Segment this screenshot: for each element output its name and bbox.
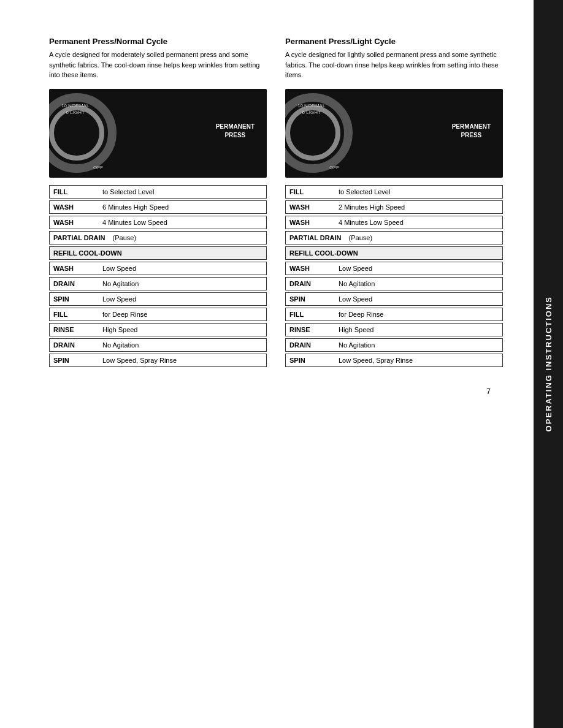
left-section-desc: A cycle designed for moderately soiled p… xyxy=(49,50,267,80)
step-row: WASH6 Minutes High Speed xyxy=(49,200,267,214)
step-value: No Agitation xyxy=(335,339,502,351)
right-dial-center-label: PERMANENTPRESS xyxy=(452,123,491,140)
step-row: DRAINNo Agitation xyxy=(285,338,503,352)
sidebar-label: OPERATING INSTRUCTIONS xyxy=(544,296,553,431)
step-value: No Agitation xyxy=(335,278,502,290)
step-row: DRAINNo Agitation xyxy=(285,277,503,290)
columns-container: Permanent Press/Normal Cycle A cycle des… xyxy=(49,37,503,369)
right-dial-small-label: 10 NORMAL6 LIGHT xyxy=(297,102,325,116)
step-value: 2 Minutes High Speed xyxy=(335,201,502,213)
step-row: PARTIAL DRAIN(Pause) xyxy=(49,231,267,245)
step-value: for Deep Rinse xyxy=(99,308,266,320)
step-label: REFILL COOL-DOWN xyxy=(50,247,126,259)
step-label: PARTIAL DRAIN xyxy=(286,232,345,244)
step-row: REFILL COOL-DOWN xyxy=(285,246,503,260)
step-row: SPINLow Speed xyxy=(285,292,503,306)
left-dial-image: 10 NORMAL6 LIGHT PERMANENTPRESS OFF xyxy=(49,89,267,178)
step-value: No Agitation xyxy=(99,339,266,351)
step-row: RINSEHigh Speed xyxy=(49,323,267,336)
step-row: REFILL COOL-DOWN xyxy=(49,246,267,260)
step-value: for Deep Rinse xyxy=(335,308,502,320)
step-row: FILLto Selected Level xyxy=(49,185,267,199)
step-value: 6 Minutes High Speed xyxy=(99,201,266,213)
page-number: 7 xyxy=(49,387,503,396)
step-row: SPINLow Speed xyxy=(49,292,267,306)
step-value: 4 Minutes Low Speed xyxy=(99,216,266,229)
step-row: SPINLow Speed, Spray Rinse xyxy=(49,354,267,367)
step-label: PARTIAL DRAIN xyxy=(50,232,109,244)
step-label: FILL xyxy=(50,308,99,320)
left-column: Permanent Press/Normal Cycle A cycle des… xyxy=(49,37,267,369)
step-value: to Selected Level xyxy=(99,186,266,198)
right-dial-image: 10 NORMAL6 LIGHT PERMANENTPRESS OFF xyxy=(285,89,503,178)
left-dial-off-label: OFF xyxy=(93,165,103,170)
step-row: RINSEHigh Speed xyxy=(285,323,503,336)
step-value: High Speed xyxy=(335,324,502,336)
step-label: WASH xyxy=(286,262,335,275)
left-section-title: Permanent Press/Normal Cycle xyxy=(49,37,267,46)
step-label: WASH xyxy=(286,201,335,213)
step-value: to Selected Level xyxy=(335,186,502,198)
step-value: Low Speed xyxy=(335,262,502,275)
step-value: Low Speed xyxy=(99,293,266,305)
step-row: PARTIAL DRAIN(Pause) xyxy=(285,231,503,245)
step-value: No Agitation xyxy=(99,278,266,290)
step-value: Low Speed xyxy=(99,262,266,275)
step-value: Low Speed xyxy=(335,293,502,305)
left-steps: FILLto Selected LevelWASH6 Minutes High … xyxy=(49,185,267,367)
left-dial-small-label: 10 NORMAL6 LIGHT xyxy=(61,102,89,116)
step-label: SPIN xyxy=(50,293,99,305)
right-steps: FILLto Selected LevelWASH2 Minutes High … xyxy=(285,185,503,367)
step-label: DRAIN xyxy=(286,339,335,351)
step-row: DRAINNo Agitation xyxy=(49,338,267,352)
step-label: SPIN xyxy=(286,354,335,366)
step-label: DRAIN xyxy=(286,278,335,290)
step-label: WASH xyxy=(50,216,99,229)
sidebar-tab: OPERATING INSTRUCTIONS xyxy=(534,0,563,728)
step-label: SPIN xyxy=(286,293,335,305)
step-row: FILLfor Deep Rinse xyxy=(49,308,267,321)
step-label: FILL xyxy=(286,308,335,320)
step-row: WASHLow Speed xyxy=(49,262,267,275)
step-row: FILLto Selected Level xyxy=(285,185,503,199)
step-label: SPIN xyxy=(50,354,99,366)
step-label: WASH xyxy=(50,201,99,213)
step-label: REFILL COOL-DOWN xyxy=(286,247,362,259)
right-dial-off-label: OFF xyxy=(329,165,339,170)
step-label: FILL xyxy=(50,186,99,198)
step-label: RINSE xyxy=(286,324,335,336)
step-row: DRAINNo Agitation xyxy=(49,277,267,290)
step-row: WASH4 Minutes Low Speed xyxy=(49,216,267,229)
left-dial-center-label: PERMANENTPRESS xyxy=(216,123,255,140)
step-row: WASH2 Minutes High Speed xyxy=(285,200,503,214)
step-row: WASHLow Speed xyxy=(285,262,503,275)
step-value: High Speed xyxy=(99,324,266,336)
step-label: RINSE xyxy=(50,324,99,336)
step-label: WASH xyxy=(50,262,99,275)
step-value: (Pause) xyxy=(345,232,502,244)
step-row: FILLfor Deep Rinse xyxy=(285,308,503,321)
right-column: Permanent Press/Light Cycle A cycle desi… xyxy=(285,37,503,369)
step-row: SPINLow Speed, Spray Rinse xyxy=(285,354,503,367)
step-label: WASH xyxy=(286,216,335,229)
right-section-title: Permanent Press/Light Cycle xyxy=(285,37,503,46)
step-label: DRAIN xyxy=(50,278,99,290)
step-value: Low Speed, Spray Rinse xyxy=(335,354,502,366)
step-label: DRAIN xyxy=(50,339,99,351)
step-value: 4 Minutes Low Speed xyxy=(335,216,502,229)
step-value: (Pause) xyxy=(109,232,266,244)
step-label: FILL xyxy=(286,186,335,198)
right-section-desc: A cycle designed for lightly soiled perm… xyxy=(285,50,503,80)
step-value: Low Speed, Spray Rinse xyxy=(99,354,266,366)
main-content: Permanent Press/Normal Cycle A cycle des… xyxy=(0,0,534,420)
step-row: WASH4 Minutes Low Speed xyxy=(285,216,503,229)
